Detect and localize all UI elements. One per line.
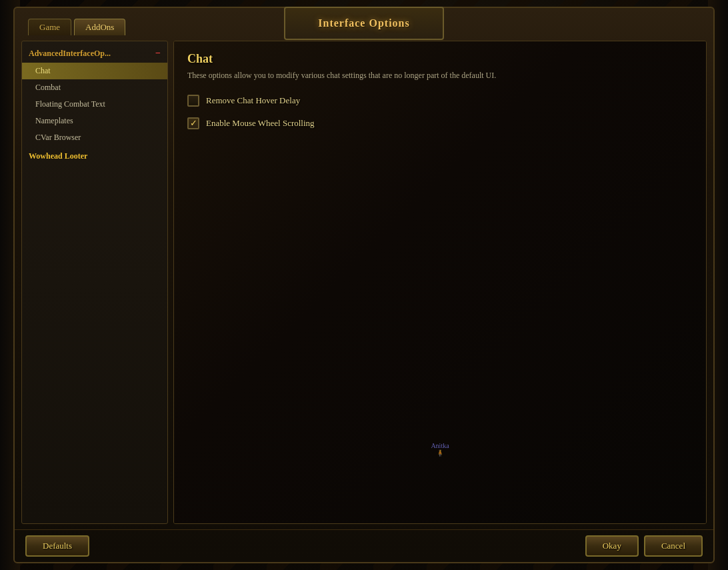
defaults-button[interactable]: Defaults [25, 535, 89, 557]
label-enable-mouse-wheel-scrolling: Enable Mouse Wheel Scrolling [206, 118, 315, 129]
sidebar-item-floating-combat-text[interactable]: Floating Combat Text [22, 96, 167, 113]
sidebar-item-nameplates[interactable]: Nameplates [22, 113, 167, 129]
sidebar-group-advanced[interactable]: AdvancedInterfaceOp... − [22, 44, 167, 63]
title-decoration: Interface Options [284, 7, 444, 40]
option-remove-chat-hover-delay: Remove Chat Hover Delay [187, 95, 693, 107]
window-title: Interface Options [318, 17, 409, 29]
bottom-bar: Defaults Okay Cancel [15, 529, 713, 562]
title-bar: Interface Options [15, 8, 713, 16]
okay-button[interactable]: Okay [585, 535, 639, 557]
main-panel: Anitka 🧍 Chat These options allow you to… [173, 41, 707, 524]
cancel-button[interactable]: Cancel [644, 535, 703, 557]
character-name: Anitka [431, 442, 449, 449]
sidebar-item-chat[interactable]: Chat [22, 63, 167, 79]
character-figure: Anitka 🧍 [431, 442, 449, 457]
sidebar: AdvancedInterfaceOp... − Chat Combat Flo… [21, 41, 168, 524]
collapse-icon: − [155, 48, 161, 59]
dialog-window: Interface Options Game AddOns AdvancedIn… [13, 7, 715, 563]
sidebar-item-cvar-browser[interactable]: CVar Browser [22, 129, 167, 146]
panel-content: Chat These options allow you to modify v… [187, 52, 693, 129]
option-enable-mouse-wheel-scrolling: Enable Mouse Wheel Scrolling [187, 117, 693, 129]
sidebar-group-advanced-label: AdvancedInterfaceOp... [29, 49, 111, 59]
content-area: AdvancedInterfaceOp... − Chat Combat Flo… [15, 35, 713, 529]
tab-game[interactable]: Game [28, 19, 71, 35]
sidebar-group-wowhead[interactable]: Wowhead Looter [22, 146, 167, 164]
tab-addons[interactable]: AddOns [74, 19, 125, 35]
character-sprite: 🧍 [431, 449, 449, 457]
panel-title: Chat [187, 52, 693, 66]
sidebar-item-combat[interactable]: Combat [22, 79, 167, 96]
checkbox-enable-mouse-wheel-scrolling[interactable] [187, 117, 199, 129]
checkbox-remove-chat-hover-delay[interactable] [187, 95, 199, 107]
panel-description: These options allow you to modify variou… [187, 70, 693, 81]
label-remove-chat-hover-delay: Remove Chat Hover Delay [206, 95, 300, 106]
